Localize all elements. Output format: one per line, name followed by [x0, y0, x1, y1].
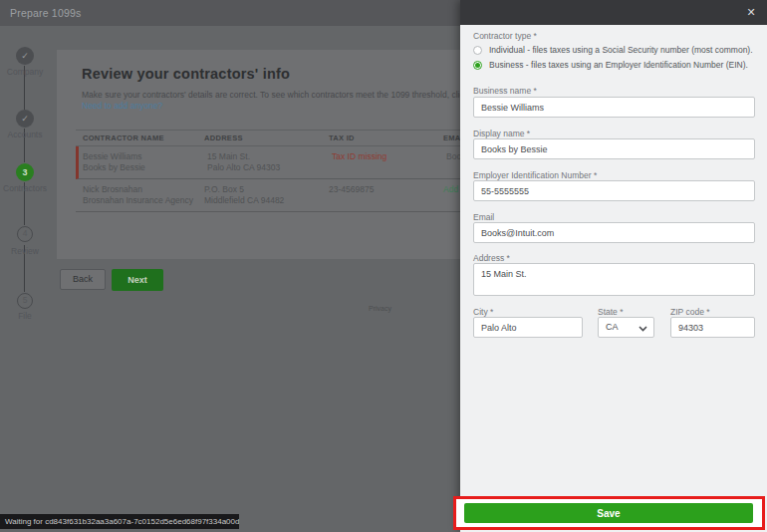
col-header-address: ADDRESS	[204, 133, 329, 142]
ein-field[interactable]	[473, 180, 755, 201]
step-contractors-number[interactable]: 3	[16, 163, 34, 181]
privacy-link[interactable]: Privacy	[369, 305, 391, 312]
zip-code-label: ZIP code *	[670, 307, 710, 317]
email-label: Email	[473, 212, 494, 222]
state-label: State *	[598, 307, 624, 317]
step-review-number[interactable]: 4	[17, 226, 33, 242]
step-review-label: Review	[0, 246, 56, 256]
page-heading: Review your contractors' info	[82, 66, 290, 82]
back-button[interactable]: Back	[60, 269, 106, 290]
step-contractors-label: Contractors	[0, 183, 56, 193]
page-description: Make sure your contractors' details are …	[82, 90, 500, 112]
tax-id-missing-warning: Tax ID missing	[332, 151, 446, 178]
contractor-address-line2: Middlefield CA 94482	[204, 195, 329, 206]
contractor-company: Brosnahan Insurance Agency	[83, 195, 204, 206]
save-button[interactable]: Save	[464, 503, 753, 523]
ein-label: Employer Identification Number *	[473, 170, 597, 180]
state-select[interactable]: CA	[598, 317, 654, 338]
state-selected-value: CA	[606, 322, 619, 332]
radio-business-label: Business - files taxes using an Employer…	[489, 60, 748, 70]
contractor-type-label: Contractor type *	[473, 31, 537, 41]
contractor-company: Books by Bessie	[83, 162, 207, 173]
address-label: Address *	[473, 253, 510, 263]
contractor-tax-id: 23-4569875	[329, 184, 443, 211]
zip-code-field[interactable]	[670, 317, 755, 338]
contractor-name: Nick Brosnahan	[83, 184, 204, 195]
red-highlight-annotation: Save	[453, 496, 765, 530]
contractor-address-line1: P.O. Box 5	[204, 184, 329, 195]
need-to-add-anyone-link[interactable]: Need to add anyone?	[82, 101, 162, 111]
next-button[interactable]: Next	[112, 269, 163, 291]
address-field[interactable]: 15 Main St.	[473, 263, 755, 296]
drawer-header: ✕	[460, 0, 767, 25]
radio-unselected-icon[interactable]	[473, 46, 482, 55]
contractor-address-line2: Palo Alto CA 94303	[207, 162, 332, 173]
edit-contractor-drawer: ✕ Contractor type * Individual - files t…	[460, 0, 767, 532]
step-company-label: Company	[0, 67, 56, 77]
chevron-down-icon	[639, 326, 647, 332]
browser-status-bar: Waiting for cd843f631b32aa3a607a-7c0152d…	[0, 514, 239, 529]
step-file-label: File	[0, 311, 56, 321]
screen: Prepare 1099s ✓ Company ✓ Accounts 3 Con…	[0, 0, 767, 532]
display-name-field[interactable]	[473, 138, 755, 159]
email-field[interactable]	[473, 222, 755, 243]
col-header-contractor-name: CONTRACTOR NAME	[76, 133, 204, 142]
business-name-field[interactable]	[473, 97, 755, 118]
city-field[interactable]	[473, 317, 583, 338]
radio-business[interactable]: Business - files taxes using an Employer…	[473, 59, 748, 71]
contractor-name: Bessie Williams	[83, 151, 207, 162]
step-company-check-icon[interactable]: ✓	[16, 47, 34, 65]
step-accounts-label: Accounts	[0, 130, 56, 139]
step-file-number[interactable]: 5	[17, 293, 33, 309]
step-accounts-check-icon[interactable]: ✓	[16, 110, 34, 128]
radio-selected-icon[interactable]	[473, 61, 482, 70]
business-name-label: Business name *	[473, 86, 537, 96]
contractor-address-line1: 15 Main St.	[207, 151, 332, 162]
display-name-label: Display name *	[473, 129, 530, 138]
description-text: Make sure your contractors' details are …	[82, 90, 470, 100]
radio-individual[interactable]: Individual - files taxes using a Social …	[473, 44, 753, 56]
close-icon[interactable]: ✕	[744, 5, 758, 19]
city-label: City *	[473, 307, 493, 317]
page-title: Prepare 1099s	[10, 0, 81, 26]
radio-individual-label: Individual - files taxes using a Social …	[489, 45, 753, 55]
col-header-tax-id: TAX ID	[329, 133, 443, 142]
